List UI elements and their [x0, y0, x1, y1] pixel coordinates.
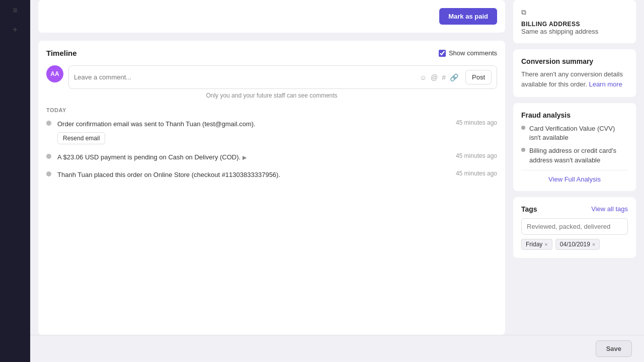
fraud-dot-1	[521, 126, 525, 130]
timeline-dot-2	[46, 154, 51, 159]
mention-icon[interactable]: @	[431, 73, 438, 81]
timeline-event-content-2: A $23.06 USD payment is pending on Cash …	[57, 152, 497, 162]
billing-address-same: Same as shipping address	[521, 28, 628, 35]
bottom-bar: Save	[30, 335, 644, 362]
tag-label-friday: Friday	[526, 241, 542, 248]
comment-hint: Only you and your future staff can see c…	[46, 92, 497, 99]
tag-remove-friday[interactable]: ×	[544, 241, 547, 247]
tags-list: Friday × 04/10/2019 ×	[521, 239, 628, 250]
conversion-summary-title: Conversion summary	[521, 57, 628, 65]
timeline-dot-3	[46, 171, 51, 176]
billing-address-card: ⧉ BILLING ADDRESS Same as shipping addre…	[513, 0, 636, 43]
event-time-3: 45 minutes ago	[456, 170, 497, 177]
event-text-1: Order confirmation email was sent to Tha…	[57, 119, 256, 129]
avatar: AA	[46, 65, 63, 82]
mark-paid-button[interactable]: Mark as paid	[439, 8, 497, 25]
main-content: Mark as paid Timeline Show comments AA	[30, 0, 644, 362]
comment-input-row: AA ☺ @ # 🔗 Post	[46, 65, 497, 89]
tags-title: Tags	[521, 205, 537, 213]
tags-card: Tags View all tags Friday × 04/10/2019 ×	[513, 197, 636, 258]
event-text-2: A $23.06 USD payment is pending on Cash …	[57, 152, 247, 162]
left-panel: Mark as paid Timeline Show comments AA	[30, 0, 513, 335]
timeline-event-content-3: Thanh Tuan placed this order on Online S…	[57, 170, 497, 180]
tag-chip-friday: Friday ×	[521, 239, 552, 250]
timeline-section: Timeline Show comments AA ☺	[38, 41, 505, 335]
expand-arrow-icon[interactable]: ▶	[243, 154, 247, 160]
tag-remove-date[interactable]: ×	[592, 241, 595, 247]
billing-address-title: BILLING ADDRESS	[521, 21, 628, 28]
resend-email-button[interactable]: Resend email	[57, 132, 105, 144]
link-icon[interactable]: 🔗	[450, 73, 458, 81]
view-full-analysis-button[interactable]: View Full Analysis	[521, 170, 628, 183]
hashtag-icon[interactable]: #	[442, 73, 446, 81]
timeline-event-1: Order confirmation email was sent to Tha…	[46, 119, 497, 144]
copy-icon[interactable]: ⧉	[521, 8, 526, 17]
fraud-analysis-title: Fraud analysis	[521, 111, 628, 119]
event-time-1: 45 minutes ago	[456, 119, 497, 126]
fraud-item-1: Card Verification Value (CVV) isn't avai…	[521, 124, 628, 142]
timeline-event-3: Thanh Tuan placed this order on Online S…	[46, 170, 497, 180]
left-sidebar: ≡ +	[0, 0, 30, 362]
tag-chip-date: 04/10/2019 ×	[555, 239, 600, 250]
comment-input-field[interactable]	[74, 73, 416, 81]
event-text-3: Thanh Tuan placed this order on Online S…	[57, 170, 280, 180]
right-panel: ⧉ BILLING ADDRESS Same as shipping addre…	[513, 0, 644, 335]
post-button[interactable]: Post	[465, 70, 492, 84]
save-button[interactable]: Save	[596, 340, 632, 357]
timeline-title: Timeline	[46, 49, 77, 57]
show-comments-wrapper[interactable]: Show comments	[439, 49, 497, 57]
comment-icons: ☺ @ # 🔗	[420, 73, 458, 81]
learn-more-link[interactable]: Learn more	[589, 80, 622, 88]
view-all-tags-link[interactable]: View all tags	[591, 205, 628, 213]
fraud-item-2: Billing address or credit card's address…	[521, 146, 628, 164]
conversion-summary-text: There aren't any conversion details avai…	[521, 69, 628, 89]
comment-input-box: ☺ @ # 🔗 Post	[68, 65, 497, 89]
event-time-2: 45 minutes ago	[456, 152, 497, 159]
tags-header: Tags View all tags	[521, 205, 628, 213]
timeline-event-2: A $23.06 USD payment is pending on Cash …	[46, 152, 497, 162]
fraud-analysis-card: Fraud analysis Card Verification Value (…	[513, 103, 636, 191]
mark-paid-section: Mark as paid	[38, 0, 505, 33]
timeline-dot-1	[46, 121, 51, 126]
sidebar-icon-add[interactable]: +	[13, 25, 17, 34]
tag-label-date: 04/10/2019	[560, 241, 590, 248]
show-comments-label: Show comments	[449, 49, 497, 57]
fraud-dot-2	[521, 148, 525, 152]
conversion-summary-card: Conversion summary There aren't any conv…	[513, 49, 636, 97]
today-label: TODAY	[46, 107, 497, 113]
sidebar-icon-menu[interactable]: ≡	[13, 6, 17, 15]
show-comments-checkbox[interactable]	[439, 50, 446, 57]
tags-input[interactable]	[521, 218, 628, 235]
timeline-event-content-1: Order confirmation email was sent to Tha…	[57, 119, 497, 144]
timeline-header: Timeline Show comments	[46, 49, 497, 57]
emoji-icon[interactable]: ☺	[420, 73, 427, 81]
